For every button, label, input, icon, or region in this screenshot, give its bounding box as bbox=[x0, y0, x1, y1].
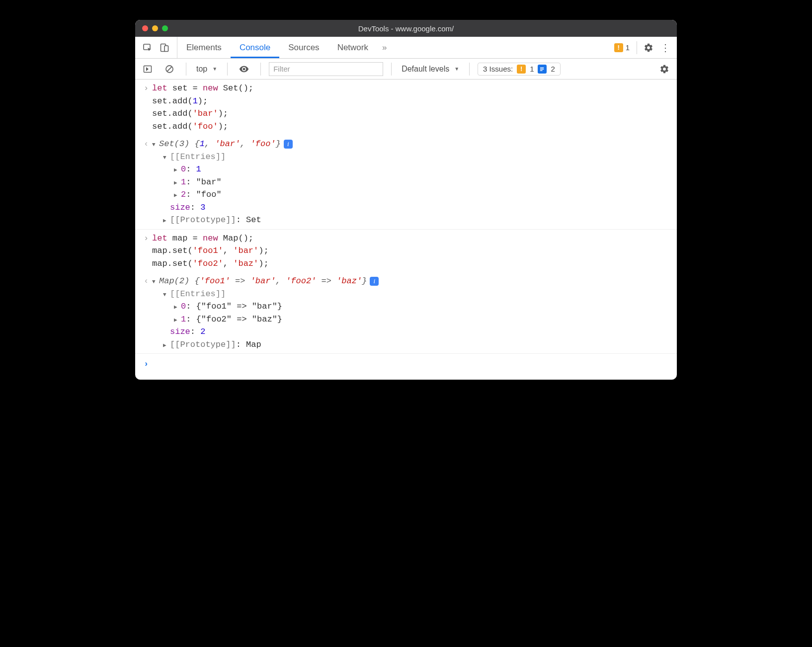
devtools-window: DevTools - www.google.com/ Elements Cons… bbox=[135, 20, 677, 380]
minimize-window-button[interactable] bbox=[152, 25, 158, 31]
tab-network[interactable]: Network bbox=[328, 37, 377, 58]
console-output-row: ‹ Set(3) {1, 'bar', 'foo'}i[[Entries]]0:… bbox=[135, 135, 677, 230]
info-icon bbox=[538, 65, 547, 74]
expand-toggle[interactable] bbox=[152, 275, 159, 288]
expand-toggle[interactable] bbox=[174, 163, 181, 176]
expand-toggle[interactable] bbox=[163, 214, 170, 227]
console-settings-icon[interactable] bbox=[656, 61, 673, 78]
divider bbox=[637, 41, 637, 54]
traffic-lights bbox=[142, 25, 168, 31]
clear-console-icon[interactable] bbox=[161, 61, 178, 78]
window-title: DevTools - www.google.com/ bbox=[135, 24, 677, 33]
zoom-window-button[interactable] bbox=[162, 25, 168, 31]
console-prompt[interactable]: › bbox=[135, 354, 677, 380]
titlebar: DevTools - www.google.com/ bbox=[135, 20, 677, 37]
console-output: › let set = new Set(); set.add(1); set.a… bbox=[135, 80, 677, 380]
tab-console[interactable]: Console bbox=[231, 37, 279, 58]
toggle-sidebar-icon[interactable] bbox=[139, 61, 156, 78]
main-tabbar: Elements Console Sources Network » ! 1 ⋮ bbox=[135, 37, 677, 59]
inspect-element-icon[interactable] bbox=[139, 39, 156, 56]
log-levels-label: Default levels bbox=[402, 65, 449, 74]
console-input-row: › let set = new Set(); set.add(1); set.a… bbox=[135, 80, 677, 135]
warnings-count: 1 bbox=[626, 43, 630, 52]
entries-label: [[Entries]] bbox=[170, 288, 226, 301]
divider bbox=[227, 63, 228, 76]
issues-warn-count: 1 bbox=[530, 65, 534, 73]
entries-label: [[Entries]] bbox=[170, 151, 226, 163]
context-selector[interactable]: top bbox=[194, 65, 219, 74]
expand-toggle[interactable] bbox=[163, 288, 170, 301]
expand-toggle[interactable] bbox=[174, 176, 181, 189]
settings-icon[interactable] bbox=[640, 39, 657, 56]
info-icon[interactable]: i bbox=[284, 140, 293, 149]
console-input-row: › let map = new Map(); map.set('foo1', '… bbox=[135, 230, 677, 273]
console-output-row: ‹ Map(2) {'foo1' => 'bar', 'foo2' => 'ba… bbox=[135, 272, 677, 354]
code-block: let map = new Map(); map.set('foo1', 'ba… bbox=[152, 232, 672, 270]
prompt-chevron-icon: › bbox=[140, 358, 152, 371]
divider bbox=[469, 63, 470, 76]
divider bbox=[260, 63, 261, 76]
live-expression-icon[interactable] bbox=[236, 61, 252, 78]
close-window-button[interactable] bbox=[142, 25, 148, 31]
expand-toggle[interactable] bbox=[174, 313, 181, 326]
output-indicator-icon: ‹ bbox=[140, 275, 152, 351]
issues-pill[interactable]: 3 Issues: ! 1 2 bbox=[478, 63, 561, 76]
console-toolbar: top Default levels 3 Issues: ! 1 2 bbox=[135, 59, 677, 80]
issues-info-count: 2 bbox=[551, 65, 555, 73]
svg-rect-2 bbox=[164, 46, 168, 52]
expand-toggle[interactable] bbox=[152, 138, 159, 151]
more-menu-icon[interactable]: ⋮ bbox=[657, 39, 674, 56]
expand-toggle[interactable] bbox=[163, 151, 170, 163]
context-label: top bbox=[196, 65, 207, 74]
svg-line-5 bbox=[167, 67, 172, 71]
object-tree: Set(3) {1, 'bar', 'foo'}i[[Entries]]0: 1… bbox=[152, 138, 672, 227]
expand-toggle[interactable] bbox=[163, 338, 170, 351]
issues-label: 3 Issues: bbox=[483, 65, 513, 73]
warning-icon: ! bbox=[517, 65, 526, 74]
tabs-overflow-icon[interactable]: » bbox=[377, 37, 392, 58]
log-levels-selector[interactable]: Default levels bbox=[400, 65, 461, 74]
tab-sources[interactable]: Sources bbox=[279, 37, 328, 58]
expand-toggle[interactable] bbox=[174, 300, 181, 313]
expand-toggle[interactable] bbox=[174, 188, 181, 201]
warning-icon: ! bbox=[614, 43, 623, 52]
divider bbox=[391, 63, 392, 76]
output-indicator-icon: ‹ bbox=[140, 138, 152, 227]
filter-input[interactable] bbox=[269, 62, 383, 76]
code-block: let set = new Set(); set.add(1); set.add… bbox=[152, 82, 672, 133]
input-prompt-icon: › bbox=[140, 82, 152, 133]
input-prompt-icon: › bbox=[140, 232, 152, 270]
device-toolbar-icon[interactable] bbox=[156, 39, 173, 56]
info-icon[interactable]: i bbox=[370, 277, 379, 286]
object-tree: Map(2) {'foo1' => 'bar', 'foo2' => 'baz'… bbox=[152, 275, 672, 351]
divider bbox=[186, 63, 186, 76]
tab-elements[interactable]: Elements bbox=[177, 37, 231, 58]
warnings-badge[interactable]: ! 1 bbox=[610, 42, 634, 54]
